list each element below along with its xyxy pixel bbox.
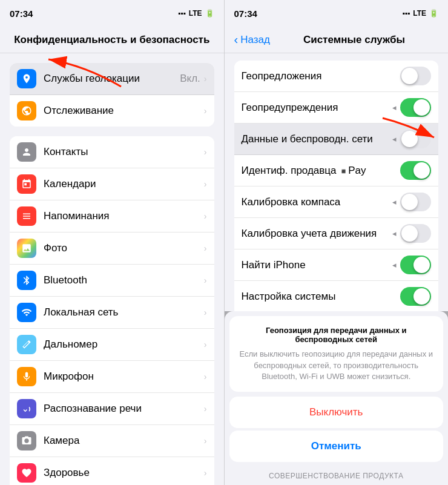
- geowarn-toggle[interactable]: [400, 98, 431, 117]
- localnet-content: Локальная сеть: [44, 306, 204, 318]
- geowarn-toggle-container: ◂: [392, 98, 431, 117]
- geolocation-content: Службы геолокации: [44, 73, 180, 85]
- back-label: Назад: [240, 34, 270, 46]
- bluetooth-label: Bluetooth: [44, 274, 204, 286]
- geolocation-right: Вкл. ›: [180, 73, 206, 85]
- health-right: ›: [204, 468, 207, 478]
- geolocation-icon: [17, 69, 36, 88]
- measure-chevron: ›: [204, 340, 207, 349]
- speech-label: Распознавание речи: [44, 403, 204, 415]
- left-time: 07:34: [10, 8, 33, 19]
- motion-item[interactable]: Калибровка учета движения ◂: [234, 218, 439, 249]
- geopred-label: Геопредложения: [242, 70, 401, 82]
- reminders-right: ›: [204, 211, 207, 221]
- applepay-item[interactable]: Идентиф. продавца ◾Pay: [234, 155, 439, 186]
- right-signal-icon: ▪▪▪: [402, 9, 410, 18]
- health-item[interactable]: Здоровье ›: [10, 457, 214, 485]
- contacts-icon: [17, 142, 36, 162]
- tracking-right: ›: [204, 106, 207, 116]
- wireless-location-icon: ◂: [392, 134, 397, 144]
- syssetup-toggle[interactable]: [400, 287, 431, 306]
- calendar-item[interactable]: Календари ›: [10, 168, 214, 200]
- calendar-content: Календари: [44, 178, 204, 190]
- geolocation-item[interactable]: Службы геолокации Вкл. ›: [10, 63, 214, 95]
- reminders-content: Напоминания: [44, 210, 204, 222]
- right-nav-back[interactable]: ‹ Назад: [234, 33, 270, 47]
- bluetooth-item[interactable]: Bluetooth ›: [10, 265, 214, 297]
- applepay-toggle-knob: [413, 162, 430, 179]
- left-settings-list[interactable]: Службы геолокации Вкл. › Отслеживание: [0, 53, 224, 485]
- bluetooth-right: ›: [204, 275, 207, 285]
- contacts-right: ›: [204, 147, 207, 157]
- geolocation-label: Службы геолокации: [44, 73, 180, 85]
- motion-toggle[interactable]: [400, 224, 431, 243]
- motion-toggle-container: ◂: [392, 224, 431, 243]
- modal-description: Если выключить геопозицию для передачи д…: [239, 349, 434, 382]
- syssetup-label: Настройка системы: [242, 291, 401, 303]
- geowarn-item[interactable]: Геопредупреждения ◂: [234, 92, 439, 124]
- applepay-toggle[interactable]: [400, 161, 431, 180]
- applepay-toggle-container: [400, 161, 431, 180]
- right-status-bar: 07:34 ▪▪▪ LTE 🔋: [225, 0, 449, 27]
- calendar-icon: [17, 174, 36, 194]
- contacts-item[interactable]: Контакты ›: [10, 136, 214, 168]
- photos-chevron: ›: [204, 243, 207, 253]
- wireless-toggle-knob: [401, 131, 418, 147]
- camera-right: ›: [204, 436, 207, 446]
- photos-right: ›: [204, 243, 207, 253]
- wireless-item[interactable]: Данные и беспроводн. сети ◂: [234, 124, 439, 155]
- left-nav-bar: Конфиденциальность и безопасность: [0, 27, 224, 53]
- bottom-section-label: СОВЕРШЕНСТВОВАНИЕ ПРОДУКТА: [225, 467, 449, 485]
- geolocation-value: Вкл.: [180, 73, 200, 85]
- reminders-item[interactable]: Напоминания ›: [10, 200, 214, 233]
- geowarn-toggle-knob: [413, 99, 430, 116]
- reminders-icon: [17, 206, 36, 226]
- measure-icon: [17, 335, 36, 354]
- tracking-item[interactable]: Отслеживание ›: [10, 95, 214, 127]
- wireless-toggle[interactable]: [400, 130, 431, 148]
- left-panel: 07:34 ▪▪▪ LTE 🔋 Конфиденциальность и без…: [0, 0, 224, 485]
- modal-overlay: Геопозиция для передачи данных и беспров…: [225, 311, 449, 485]
- measure-right: ›: [204, 340, 207, 349]
- left-main-section: Контакты › Календари ›: [10, 136, 214, 485]
- geopred-item[interactable]: Геопредложения: [234, 61, 439, 92]
- tracking-icon: [17, 101, 36, 120]
- measure-content: Дальномер: [44, 338, 204, 351]
- geopred-toggle-container: [400, 67, 431, 85]
- syssetup-item[interactable]: Настройка системы: [234, 281, 439, 312]
- geolocation-chevron: ›: [204, 74, 207, 84]
- photos-item[interactable]: Фото ›: [10, 233, 214, 265]
- measure-item[interactable]: Дальномер ›: [10, 329, 214, 361]
- microphone-item[interactable]: Микрофон ›: [10, 361, 214, 393]
- calendar-label: Календари: [44, 178, 204, 190]
- contacts-content: Контакты: [44, 146, 204, 158]
- microphone-label: Микрофон: [44, 371, 204, 383]
- camera-label: Камера: [44, 435, 204, 447]
- wireless-label: Данные и беспроводн. сети: [242, 133, 393, 145]
- reminders-chevron: ›: [204, 211, 207, 221]
- modal-content-box: Геопозиция для передачи данных и беспров…: [229, 316, 444, 392]
- bluetooth-icon: [17, 271, 36, 290]
- geopred-toggle[interactable]: [400, 67, 431, 85]
- findphone-item[interactable]: Найти iPhone ◂: [234, 249, 439, 281]
- compass-toggle-knob: [401, 194, 418, 210]
- localnet-item[interactable]: Локальная сеть ›: [10, 297, 214, 329]
- speech-chevron: ›: [204, 404, 207, 414]
- findphone-toggle[interactable]: [400, 256, 431, 274]
- localnet-right: ›: [204, 308, 207, 317]
- modal-sheet: Геопозиция для передачи данных и беспров…: [225, 311, 449, 485]
- camera-item[interactable]: Камера ›: [10, 425, 214, 457]
- compass-location-icon: ◂: [392, 197, 397, 206]
- left-status-icons: ▪▪▪ LTE 🔋: [178, 9, 214, 18]
- modal-disable-button[interactable]: Выключить: [229, 397, 444, 428]
- speech-item[interactable]: Распознавание речи ›: [10, 393, 214, 425]
- findphone-toggle-container: ◂: [392, 256, 431, 274]
- syssetup-toggle-knob: [413, 288, 430, 305]
- right-time: 07:34: [234, 8, 257, 19]
- modal-cancel-button[interactable]: Отменить: [229, 431, 444, 462]
- compass-toggle[interactable]: [400, 193, 431, 211]
- compass-item[interactable]: Калибровка компаса ◂: [234, 186, 439, 218]
- microphone-icon: [17, 367, 36, 386]
- motion-location-icon: ◂: [392, 229, 397, 238]
- findphone-toggle-knob: [413, 257, 430, 273]
